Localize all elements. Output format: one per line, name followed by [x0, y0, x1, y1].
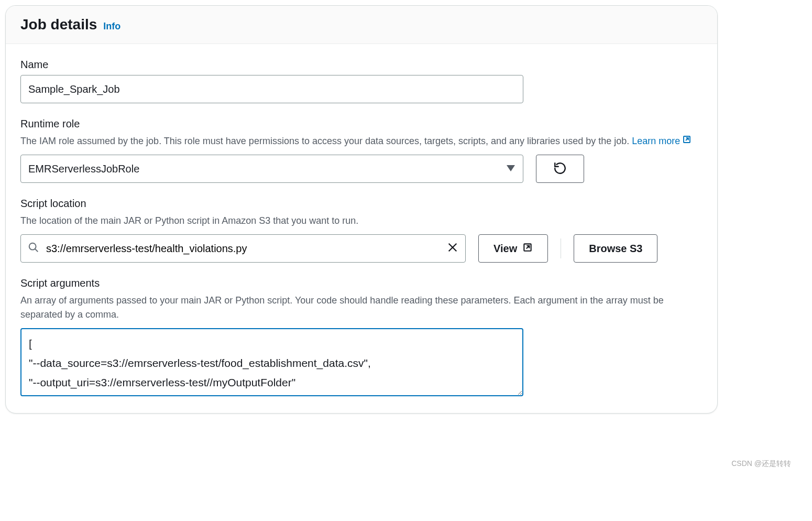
script-location-hint: The location of the main JAR or Python s… [20, 214, 703, 228]
browse-s3-label: Browse S3 [589, 243, 642, 255]
name-label: Name [20, 59, 703, 71]
script-arguments-hint: An array of arguments passed to your mai… [20, 294, 703, 322]
runtime-role-value: EMRServerlessJobRole [28, 163, 139, 175]
script-location-field: Script location The location of the main… [20, 198, 703, 263]
divider [561, 238, 561, 258]
external-link-icon [682, 134, 692, 148]
browse-s3-button[interactable]: Browse S3 [574, 234, 657, 263]
info-link[interactable]: Info [103, 21, 120, 32]
panel-content: Name Runtime role The IAM role assumed b… [6, 44, 717, 413]
view-button[interactable]: View [478, 234, 548, 263]
script-location-input[interactable] [20, 234, 466, 263]
clear-icon[interactable] [447, 242, 458, 255]
watermark: CSDN @还是转转 [731, 459, 791, 469]
script-location-label: Script location [20, 198, 703, 210]
refresh-icon [553, 161, 567, 177]
job-details-panel: Job details Info Name Runtime role The I… [5, 5, 718, 414]
panel-header: Job details Info [6, 6, 717, 44]
script-arguments-input[interactable] [20, 328, 523, 396]
runtime-role-hint: The IAM role assumed by the job. This ro… [20, 134, 703, 148]
name-input[interactable] [20, 75, 523, 103]
learn-more-text: Learn more [632, 134, 680, 148]
runtime-role-hint-text: The IAM role assumed by the job. This ro… [20, 136, 632, 146]
runtime-role-label: Runtime role [20, 118, 703, 130]
learn-more-link[interactable]: Learn more [632, 134, 692, 148]
script-arguments-label: Script arguments [20, 277, 703, 289]
runtime-role-select[interactable]: EMRServerlessJobRole [20, 155, 523, 183]
panel-title: Job details [20, 16, 97, 33]
runtime-role-field: Runtime role The IAM role assumed by the… [20, 118, 703, 183]
view-button-label: View [493, 243, 517, 255]
script-arguments-field: Script arguments An array of arguments p… [20, 277, 703, 398]
external-link-icon [522, 242, 533, 255]
refresh-button[interactable] [536, 155, 584, 183]
name-field: Name [20, 59, 703, 103]
